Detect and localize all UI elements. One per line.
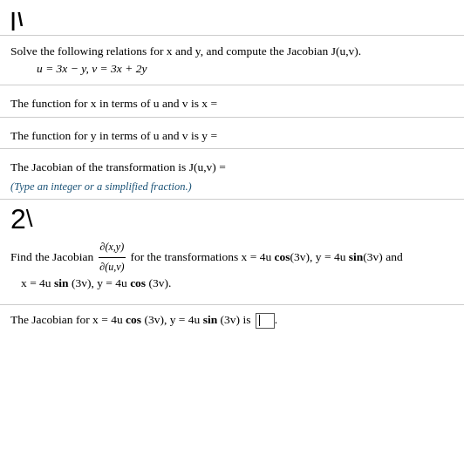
x-cos-arg: (3v).: [146, 276, 171, 289]
pipe-icon: |: [10, 10, 16, 30]
period: .: [275, 313, 277, 326]
q3-block: The Jacobian of the transformation is J(…: [0, 149, 464, 180]
problem-statement-section: Solve the following relations for x and …: [0, 36, 464, 85]
x-line-prefix: x = 4u: [21, 276, 51, 289]
section2-icons: 2 \: [0, 200, 464, 236]
problem-statement: Solve the following relations for x and …: [10, 43, 454, 60]
final-cos-label: cos: [126, 313, 141, 326]
final-sin-arg: (3v) is: [217, 313, 250, 326]
jacobian-find-section: Find the Jacobian ∂(x,y) ∂(u,v) for the …: [0, 236, 464, 304]
section1-icons: | \: [0, 7, 464, 35]
jacobian-find-line: Find the Jacobian ∂(x,y) ∂(u,v) for the …: [10, 238, 454, 276]
backslash-icon: \: [17, 10, 23, 30]
number-2-icon: 2: [10, 205, 26, 233]
sin-arg: (3v) and: [363, 247, 402, 268]
x-sin-arg: (3v), y = 4u: [69, 276, 127, 289]
final-line: The Jacobian for x = 4u cos (3v), y = 4u…: [0, 305, 464, 333]
sin-label: sin: [349, 247, 364, 268]
q3-text: The Jacobian of the transformation is J(…: [10, 158, 454, 177]
final-cos-arg: (3v), y = 4u: [141, 313, 200, 326]
fraction-denominator: ∂(u,v): [98, 258, 126, 277]
q2-text: The function for y in terms of u and v i…: [10, 126, 454, 146]
answer-input-box[interactable]: [256, 313, 275, 329]
q2-block: The function for y in terms of u and v i…: [0, 118, 464, 149]
for-text: for the transformations x = 4u: [130, 247, 271, 268]
q1-text: The function for x in terms of u and v i…: [10, 94, 454, 113]
fraction-numerator: ∂(x,y): [99, 238, 126, 258]
hint-text: (Type an integer or a simplified fractio…: [0, 180, 464, 199]
q1-block: The function for x in terms of u and v i…: [0, 85, 464, 117]
jacobian-fraction: ∂(x,y) ∂(u,v): [98, 238, 126, 276]
answer-cursor: [259, 315, 260, 326]
x-cos-label: cos: [130, 276, 146, 289]
curve-icon: \: [26, 207, 33, 233]
x-line: x = 4u sin (3v), y = 4u cos (3v).: [10, 276, 454, 297]
cos-arg: (3v), y = 4u: [290, 247, 346, 268]
final-sin-label: sin: [203, 313, 218, 326]
x-sin-label: sin: [54, 276, 69, 289]
equations: u = 3x − y, v = 3x + 2y: [10, 60, 454, 78]
final-prefix: The Jacobian for x = 4u: [10, 313, 123, 326]
find-jacobian-label: Find the Jacobian: [10, 247, 93, 268]
cos-label: cos: [275, 247, 290, 268]
